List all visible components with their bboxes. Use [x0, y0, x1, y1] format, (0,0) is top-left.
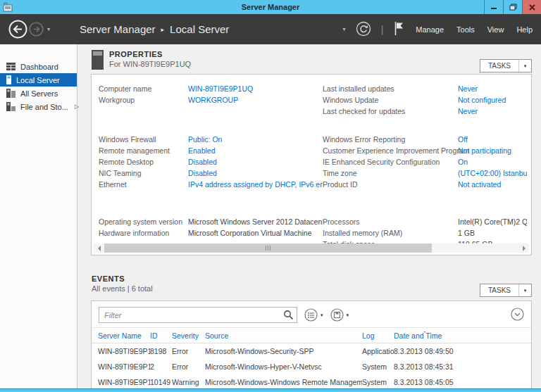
criteria-caret-icon: ▾ — [321, 312, 323, 318]
event-server: WIN-89TI9E9P1UQ — [98, 378, 150, 386]
scope-dropdown-caret-icon[interactable]: ▾ — [343, 26, 346, 32]
property-value-link[interactable]: On — [458, 158, 468, 166]
sort-indicator-icon: ▾ — [423, 331, 426, 334]
column-header-log[interactable]: Log — [362, 331, 394, 340]
sidebar-item-label: Local Server — [16, 76, 60, 84]
property-value-link[interactable]: IPv4 address assigned by DHCP, IPv6 enab… — [188, 180, 323, 189]
menu-help[interactable]: Help — [515, 23, 534, 37]
tasks-caret-icon: ▾ — [518, 284, 531, 296]
tasks-caret-icon: ▾ — [518, 60, 531, 72]
column-header-server-name[interactable]: Server Name — [98, 331, 150, 340]
event-row[interactable]: WIN-89TI9E9P1UQ 10149 Warning Microsoft-… — [92, 374, 531, 388]
horizontal-scrollbar[interactable] — [94, 244, 529, 253]
properties-header: PROPERTIES For WIN-89TI9E9P1UQ TASKS ▾ — [92, 50, 532, 72]
property-value-link[interactable]: Never — [458, 107, 478, 115]
property-value-link[interactable]: Enabled — [188, 146, 216, 155]
breadcrumb-root[interactable]: Server Manager — [80, 23, 156, 35]
property-value-link[interactable]: WORKGROUP — [188, 96, 238, 104]
property-row: Remote managementEnabled — [99, 145, 323, 156]
toolbar-separator: | — [381, 24, 384, 35]
properties-panel: Computer nameWIN-89TI9E9P1UQ WorkgroupWO… — [91, 74, 532, 255]
flag-icon — [393, 21, 404, 36]
scroll-right-arrow-icon[interactable] — [518, 244, 529, 253]
property-label: Processors — [323, 217, 458, 226]
property-label: Remote management — [99, 146, 188, 155]
search-icon[interactable] — [283, 310, 294, 320]
sidebar-item-label: File and Sto... — [20, 103, 68, 111]
column-header-severity[interactable]: Severity — [172, 331, 205, 340]
property-value-link[interactable]: Not participating — [458, 146, 511, 155]
property-row: Windows Error ReportingOff — [323, 134, 527, 145]
column-header-date-time[interactable]: ▾ Date and Time — [394, 331, 531, 340]
properties-tasks-button[interactable]: TASKS ▾ — [480, 59, 532, 72]
scrollbar-thumb[interactable] — [104, 244, 432, 253]
property-value: Intel(R) Core(TM)2 Quad — [458, 217, 527, 226]
sidebar-item-local-server[interactable]: Local Server — [0, 73, 77, 87]
property-label: Ethernet — [99, 180, 188, 189]
property-row: Product IDNot activated — [323, 179, 527, 190]
history-dropdown-caret-icon[interactable]: ▾ — [47, 26, 50, 32]
breadcrumb-separator-icon: ▸ — [161, 26, 165, 33]
property-value-link[interactable]: WIN-89TI9E9P1UQ — [188, 84, 253, 93]
property-label: Windows Update — [323, 96, 458, 104]
scroll-left-arrow-icon[interactable] — [94, 244, 104, 253]
property-value-link[interactable]: Not activated — [458, 180, 501, 189]
event-row[interactable]: WIN-89TI9E9P1UQ 8198 Error Microsoft-Win… — [92, 343, 531, 359]
event-id: 2 — [150, 362, 172, 371]
property-label: Last installed updates — [323, 84, 458, 93]
filter-criteria-button[interactable]: ▾ — [304, 308, 323, 322]
forward-button[interactable] — [29, 22, 44, 37]
notifications-flag-button[interactable] — [393, 21, 404, 37]
column-header-id[interactable]: ID — [150, 331, 172, 340]
menu-view[interactable]: View — [486, 23, 506, 37]
events-tasks-button[interactable]: TASKS ▾ — [480, 284, 532, 297]
refresh-button[interactable] — [356, 21, 371, 38]
main-content: PROPERTIES For WIN-89TI9E9P1UQ TASKS ▾ C… — [78, 44, 541, 388]
sidebar-item-dashboard[interactable]: Dashboard — [0, 60, 77, 73]
property-value-link[interactable]: Public: On — [188, 135, 222, 144]
minimize-icon — [490, 4, 497, 11]
sidebar-item-label: Dashboard — [20, 63, 58, 71]
property-value-link[interactable]: Not configured — [458, 96, 506, 104]
menu-tools[interactable]: Tools — [455, 23, 476, 37]
menu-manage[interactable]: Manage — [414, 23, 445, 37]
event-source: Microsoft-Windows-Windows Remote Managem… — [205, 378, 362, 386]
close-button[interactable] — [522, 0, 541, 14]
events-title: EVENTS — [92, 274, 153, 283]
save-query-button[interactable]: ▾ — [330, 308, 349, 322]
tasks-label: TASKS — [480, 286, 518, 294]
event-severity: Warning — [172, 378, 205, 386]
property-value-link[interactable]: Disabled — [188, 158, 217, 166]
property-row: Time zone(UTC+02:00) Istanbul — [323, 167, 527, 179]
property-value-link[interactable]: Never — [458, 84, 478, 93]
collapse-filter-button[interactable] — [511, 308, 524, 322]
property-value-link[interactable]: Disabled — [188, 169, 217, 177]
property-value-link[interactable]: Off — [458, 135, 468, 144]
property-value-link[interactable]: (UTC+02:00) Istanbul — [458, 169, 527, 177]
maximize-button[interactable] — [503, 0, 522, 14]
property-row: Hardware informationMicrosoft Corporatio… — [99, 227, 323, 239]
property-label: IE Enhanced Security Configuration — [323, 158, 458, 166]
sidebar-item-file-and-storage[interactable]: File and Sto... ▷ — [0, 100, 77, 113]
property-row: WorkgroupWORKGROUP — [99, 94, 323, 106]
column-header-source[interactable]: Source — [205, 331, 362, 340]
property-row: IE Enhanced Security ConfigurationOn — [323, 156, 527, 167]
back-button[interactable] — [8, 20, 27, 39]
events-subtitle: All events | 6 total — [92, 284, 153, 293]
filter-input[interactable] — [99, 307, 297, 323]
scrollbar-track[interactable] — [104, 244, 518, 253]
event-datetime: 8.3.2013 08:49:50 — [394, 347, 531, 355]
events-filter-row: ▾ ▾ — [92, 301, 531, 327]
event-id: 8198 — [150, 347, 172, 355]
minimize-button[interactable] — [484, 0, 503, 14]
property-value: Microsoft Corporation Virtual Machine — [188, 229, 311, 237]
title-bar: Server Manager — [0, 0, 541, 14]
event-log: Application — [362, 347, 394, 355]
event-severity: Error — [172, 347, 205, 355]
event-row[interactable]: WIN-89TI9E9P1UQ 2 Error Microsoft-Window… — [92, 359, 531, 374]
sidebar-item-all-servers[interactable]: All Servers — [0, 87, 77, 100]
breadcrumb-current[interactable]: Local Server — [170, 23, 229, 35]
refresh-icon — [356, 21, 371, 37]
save-icon — [330, 308, 344, 322]
event-server: WIN-89TI9E9P1UQ — [98, 347, 150, 355]
